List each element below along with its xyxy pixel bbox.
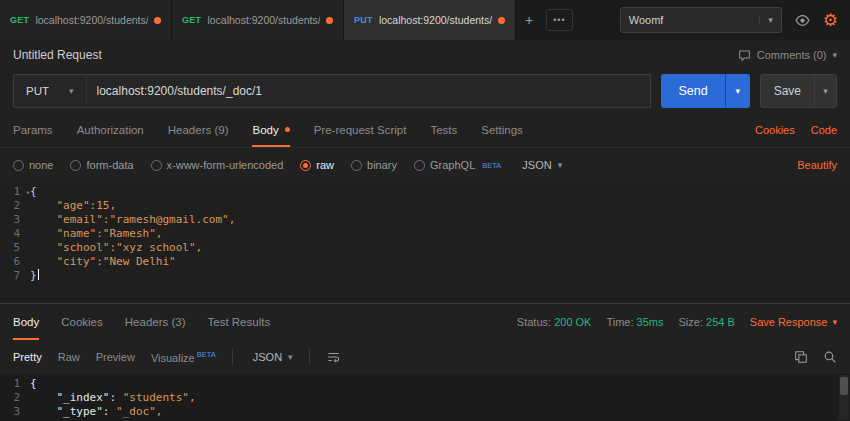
tab-label: Authorization xyxy=(77,124,144,136)
text-cursor xyxy=(38,269,39,280)
json-value: "_doc", xyxy=(109,405,162,419)
url-input[interactable] xyxy=(87,74,652,108)
radio-icon xyxy=(13,160,24,171)
comment-icon xyxy=(738,49,751,62)
request-title-row: Untitled Request Comments (0) ▾ xyxy=(0,40,850,70)
body-type-graphql[interactable]: GraphQL BETA xyxy=(414,159,501,171)
settings-button[interactable]: ⚙ xyxy=(823,12,838,29)
response-tab-headers[interactable]: Headers (3) xyxy=(125,304,186,340)
request-tab-bar: GET localhost:9200/students/_search GET … xyxy=(0,0,850,40)
line-number: 6 xyxy=(0,255,30,269)
response-language-dropdown[interactable]: JSON ▾ xyxy=(253,351,293,363)
ellipsis-icon: ••• xyxy=(553,15,565,25)
wrap-line-icon xyxy=(326,350,341,364)
fold-toggle-icon[interactable]: ▾ xyxy=(26,186,30,200)
beta-badge: BETA xyxy=(197,350,216,359)
view-raw[interactable]: Raw xyxy=(58,351,80,363)
wrap-lines-button[interactable] xyxy=(326,350,341,364)
body-type-label: x-www-form-urlencoded xyxy=(167,159,284,171)
send-button[interactable]: Send ▾ xyxy=(661,74,749,108)
response-toolbar-right xyxy=(794,350,837,364)
method-dropdown[interactable]: PUT ▾ xyxy=(13,74,87,108)
request-section-tabs: Params Authorization Headers (9) Body Pr… xyxy=(0,112,850,148)
response-view-toolbar: Pretty Raw Preview VisualizeBETA JSON ▾ xyxy=(0,340,850,374)
tab-authorization[interactable]: Authorization xyxy=(77,112,144,147)
postman-window: GET localhost:9200/students/_search GET … xyxy=(0,0,850,421)
request-body-editor[interactable]: 1▾ { 2 "age":15, 3 "email":"ramesh@gmail… xyxy=(0,182,850,303)
tab-body-active[interactable]: Body xyxy=(252,112,289,147)
tab-label: Body xyxy=(252,124,278,136)
request-tab-1[interactable]: GET localhost:9200/students/_search xyxy=(0,0,172,40)
url-builder-row: PUT ▾ Send ▾ Save ▾ xyxy=(0,70,850,112)
body-type-binary[interactable]: binary xyxy=(351,159,397,171)
body-type-label: GraphQL xyxy=(430,159,475,171)
language-value: JSON xyxy=(253,351,282,363)
tab-title: localhost:9200/students/_mapp... xyxy=(207,14,320,26)
tab-settings[interactable]: Settings xyxy=(481,112,523,147)
chevron-down-icon: ▾ xyxy=(832,50,837,60)
save-button[interactable]: Save ▾ xyxy=(760,74,837,108)
workspace-selector[interactable]: Woomf ▾ xyxy=(620,7,782,33)
view-visualize[interactable]: VisualizeBETA xyxy=(151,350,216,364)
tab-label: Headers (3) xyxy=(125,316,186,328)
cookies-link[interactable]: Cookies xyxy=(755,124,795,136)
body-type-urlencoded[interactable]: x-www-form-urlencoded xyxy=(151,159,284,171)
request-tab-3-active[interactable]: PUT localhost:9200/students/_doc/1 xyxy=(344,0,516,40)
body-type-none[interactable]: none xyxy=(13,159,53,171)
json-key: "_type": xyxy=(30,405,109,419)
line-number: 7 xyxy=(0,269,30,283)
line-number: 3 xyxy=(0,213,30,227)
save-options-button[interactable]: ▾ xyxy=(814,75,836,107)
save-response-button[interactable]: Save Response ▾ xyxy=(750,316,837,328)
chevron-down-icon: ▾ xyxy=(823,86,828,96)
raw-language-dropdown[interactable]: JSON ▾ xyxy=(522,159,562,171)
workspace-visibility-button[interactable] xyxy=(794,12,811,29)
line-number: 3 xyxy=(0,405,30,419)
tab-tests[interactable]: Tests xyxy=(430,112,457,147)
eye-icon xyxy=(794,12,811,29)
save-response-label: Save Response xyxy=(750,316,828,328)
send-options-button[interactable]: ▾ xyxy=(725,74,750,108)
response-tab-body-active[interactable]: Body xyxy=(13,304,39,340)
gear-icon: ⚙ xyxy=(823,12,838,29)
line-number: 4 xyxy=(0,227,30,241)
send-button-label[interactable]: Send xyxy=(661,74,724,108)
response-tab-cookies[interactable]: Cookies xyxy=(61,304,103,340)
tab-params[interactable]: Params xyxy=(13,112,53,147)
chevron-down-icon: ▾ xyxy=(759,15,773,25)
method-badge: PUT xyxy=(354,15,373,25)
code-line: 6 "city":"New Delhi" xyxy=(0,255,850,269)
tabbar-right-group: Woomf ▾ ⚙ xyxy=(620,0,850,40)
tab-prerequest-script[interactable]: Pre-request Script xyxy=(314,112,407,147)
response-body-viewer: 1 { 2 "_index": "students", 3 "_type": "… xyxy=(0,374,850,421)
search-response-button[interactable] xyxy=(823,350,837,364)
copy-response-button[interactable] xyxy=(794,350,808,364)
response-tab-test-results[interactable]: Test Results xyxy=(208,304,271,340)
chevron-down-icon: ▾ xyxy=(832,317,837,327)
unsaved-dot-icon xyxy=(498,17,505,24)
code-line: 7 } xyxy=(0,269,850,283)
code-line: 1▾ { xyxy=(0,185,850,199)
response-meta: Status: 200 OK Time: 35ms Size: 254 B Sa… xyxy=(517,304,837,340)
view-preview[interactable]: Preview xyxy=(96,351,135,363)
request-tab-2[interactable]: GET localhost:9200/students/_mapp... xyxy=(172,0,344,40)
view-pretty-active[interactable]: Pretty xyxy=(13,351,42,363)
time-value: 35ms xyxy=(637,316,664,328)
scrollbar-thumb[interactable] xyxy=(840,377,848,395)
comments-button[interactable]: Comments (0) ▾ xyxy=(738,49,837,62)
code-text: { xyxy=(30,185,37,199)
new-tab-button[interactable]: + xyxy=(516,0,542,40)
method-value: PUT xyxy=(26,85,49,97)
code-link[interactable]: Code xyxy=(811,124,837,136)
beautify-link[interactable]: Beautify xyxy=(797,159,837,171)
tab-headers[interactable]: Headers (9) xyxy=(168,112,229,147)
code-line: 4 "name":"Ramesh", xyxy=(0,227,850,241)
line-number: 5 xyxy=(0,241,30,255)
body-type-form-data[interactable]: form-data xyxy=(70,159,133,171)
tab-options-button[interactable]: ••• xyxy=(546,9,572,31)
scrollbar[interactable] xyxy=(839,375,849,420)
save-button-label[interactable]: Save xyxy=(761,75,814,107)
body-type-raw-selected[interactable]: raw xyxy=(300,159,334,171)
line-number: 2 xyxy=(0,391,30,405)
code-text: "age":15, xyxy=(30,199,116,213)
